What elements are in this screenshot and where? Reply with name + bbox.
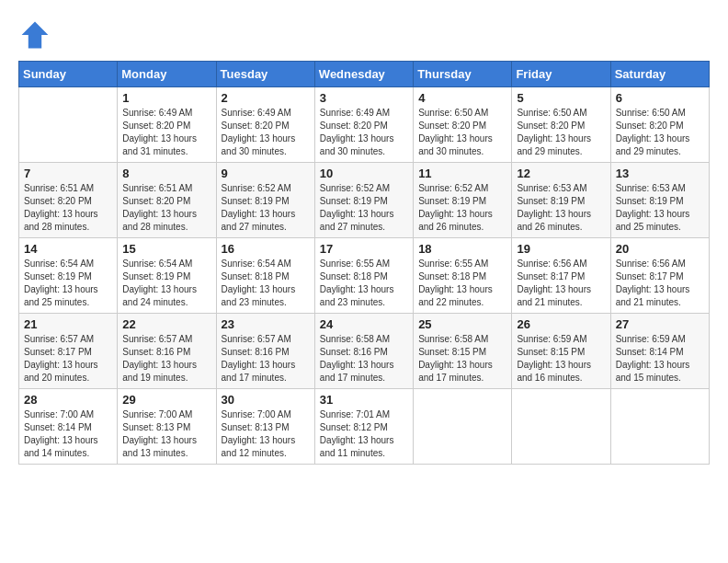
table-row: 10 Sunrise: 6:52 AMSunset: 8:19 PMDaylig…	[314, 163, 413, 238]
day-info: Sunrise: 6:57 AMSunset: 8:16 PMDaylight:…	[122, 334, 197, 383]
day-info: Sunrise: 6:56 AMSunset: 8:17 PMDaylight:…	[517, 259, 591, 307]
day-info: Sunrise: 6:57 AMSunset: 8:17 PMDaylight:…	[24, 334, 98, 383]
day-number: 12	[517, 167, 605, 180]
table-row: 1 Sunrise: 6:49 AMSunset: 8:20 PMDayligh…	[118, 87, 216, 163]
day-number: 26	[517, 317, 605, 331]
table-row: 3 Sunrise: 6:49 AMSunset: 8:20 PMDayligh…	[314, 87, 413, 163]
week-row-1: 1 Sunrise: 6:49 AMSunset: 8:20 PMDayligh…	[19, 87, 710, 163]
table-row: 8 Sunrise: 6:51 AMSunset: 8:20 PMDayligh…	[118, 163, 216, 238]
table-row: 5 Sunrise: 6:50 AMSunset: 8:20 PMDayligh…	[512, 87, 610, 163]
table-row: 20 Sunrise: 6:56 AMSunset: 8:17 PMDaylig…	[610, 238, 709, 314]
day-number: 7	[24, 167, 112, 180]
day-info: Sunrise: 6:52 AMSunset: 8:19 PMDaylight:…	[320, 183, 394, 232]
logo-icon	[18, 18, 51, 52]
day-info: Sunrise: 6:58 AMSunset: 8:16 PMDaylight:…	[320, 334, 394, 383]
header-thursday: Thursday	[414, 62, 512, 87]
table-row: 19 Sunrise: 6:56 AMSunset: 8:17 PMDaylig…	[512, 238, 610, 314]
header-saturday: Saturday	[610, 62, 709, 87]
day-number: 21	[24, 317, 112, 331]
table-row: 23 Sunrise: 6:57 AMSunset: 8:16 PMDaylig…	[216, 314, 314, 389]
day-number: 11	[418, 167, 506, 180]
day-info: Sunrise: 6:50 AMSunset: 8:20 PMDaylight:…	[517, 108, 591, 156]
table-row: 22 Sunrise: 6:57 AMSunset: 8:16 PMDaylig…	[118, 314, 216, 389]
table-row: 13 Sunrise: 6:53 AMSunset: 8:19 PMDaylig…	[610, 163, 709, 238]
day-number: 17	[320, 242, 408, 256]
day-number: 30	[222, 393, 310, 407]
day-info: Sunrise: 7:01 AMSunset: 8:12 PMDaylight:…	[320, 409, 394, 458]
page-header	[18, 18, 710, 52]
day-number: 29	[122, 393, 210, 407]
table-row: 4 Sunrise: 6:50 AMSunset: 8:20 PMDayligh…	[414, 87, 512, 163]
day-info: Sunrise: 6:55 AMSunset: 8:18 PMDaylight:…	[320, 259, 394, 307]
table-row: 29 Sunrise: 7:00 AMSunset: 8:13 PMDaylig…	[118, 389, 216, 465]
day-number: 6	[616, 91, 704, 105]
day-number: 24	[320, 317, 408, 331]
day-number: 28	[24, 393, 112, 407]
svg-marker-0	[22, 22, 49, 49]
day-number: 1	[122, 91, 210, 105]
header-wednesday: Wednesday	[314, 62, 413, 87]
header-sunday: Sunday	[19, 62, 118, 87]
day-info: Sunrise: 6:50 AMSunset: 8:20 PMDaylight:…	[418, 108, 493, 156]
table-row: 14 Sunrise: 6:54 AMSunset: 8:19 PMDaylig…	[19, 238, 118, 314]
day-number: 15	[122, 242, 210, 256]
table-row: 24 Sunrise: 6:58 AMSunset: 8:16 PMDaylig…	[314, 314, 413, 389]
day-info: Sunrise: 6:55 AMSunset: 8:18 PMDaylight:…	[418, 259, 493, 307]
table-row: 27 Sunrise: 6:59 AMSunset: 8:14 PMDaylig…	[610, 314, 709, 389]
table-row: 6 Sunrise: 6:50 AMSunset: 8:20 PMDayligh…	[610, 87, 709, 163]
day-info: Sunrise: 7:00 AMSunset: 8:13 PMDaylight:…	[122, 409, 197, 458]
calendar-header-row: SundayMondayTuesdayWednesdayThursdayFrid…	[19, 62, 710, 87]
table-row: 25 Sunrise: 6:58 AMSunset: 8:15 PMDaylig…	[414, 314, 512, 389]
table-row: 16 Sunrise: 6:54 AMSunset: 8:18 PMDaylig…	[216, 238, 314, 314]
day-number: 18	[418, 242, 506, 256]
day-number: 5	[517, 91, 605, 105]
day-info: Sunrise: 7:00 AMSunset: 8:14 PMDaylight:…	[24, 409, 98, 458]
table-row: 18 Sunrise: 6:55 AMSunset: 8:18 PMDaylig…	[414, 238, 512, 314]
day-number: 14	[24, 242, 112, 256]
day-number: 9	[222, 167, 310, 180]
day-info: Sunrise: 6:51 AMSunset: 8:20 PMDaylight:…	[122, 183, 197, 232]
table-row: 26 Sunrise: 6:59 AMSunset: 8:15 PMDaylig…	[512, 314, 610, 389]
day-number: 23	[222, 317, 310, 331]
day-number: 10	[320, 167, 408, 180]
table-row: 2 Sunrise: 6:49 AMSunset: 8:20 PMDayligh…	[216, 87, 314, 163]
day-number: 25	[418, 317, 506, 331]
week-row-2: 7 Sunrise: 6:51 AMSunset: 8:20 PMDayligh…	[19, 163, 710, 238]
day-number: 22	[122, 317, 210, 331]
table-row: 12 Sunrise: 6:53 AMSunset: 8:19 PMDaylig…	[512, 163, 610, 238]
calendar-table: SundayMondayTuesdayWednesdayThursdayFrid…	[18, 61, 710, 465]
day-number: 16	[222, 242, 310, 256]
day-number: 31	[320, 393, 408, 407]
day-info: Sunrise: 6:59 AMSunset: 8:15 PMDaylight:…	[517, 334, 591, 383]
table-row: 31 Sunrise: 7:01 AMSunset: 8:12 PMDaylig…	[314, 389, 413, 465]
day-info: Sunrise: 6:54 AMSunset: 8:18 PMDaylight:…	[222, 259, 296, 307]
table-row: 21 Sunrise: 6:57 AMSunset: 8:17 PMDaylig…	[19, 314, 118, 389]
table-row	[19, 87, 118, 163]
week-row-4: 21 Sunrise: 6:57 AMSunset: 8:17 PMDaylig…	[19, 314, 710, 389]
table-row: 7 Sunrise: 6:51 AMSunset: 8:20 PMDayligh…	[19, 163, 118, 238]
day-info: Sunrise: 6:49 AMSunset: 8:20 PMDaylight:…	[320, 108, 394, 156]
header-friday: Friday	[512, 62, 610, 87]
day-info: Sunrise: 6:53 AMSunset: 8:19 PMDaylight:…	[616, 183, 690, 232]
header-monday: Monday	[118, 62, 216, 87]
table-row: 15 Sunrise: 6:54 AMSunset: 8:19 PMDaylig…	[118, 238, 216, 314]
day-info: Sunrise: 6:58 AMSunset: 8:15 PMDaylight:…	[418, 334, 493, 383]
day-number: 4	[418, 91, 506, 105]
table-row	[512, 389, 610, 465]
table-row: 11 Sunrise: 6:52 AMSunset: 8:19 PMDaylig…	[414, 163, 512, 238]
day-number: 20	[616, 242, 704, 256]
day-info: Sunrise: 7:00 AMSunset: 8:13 PMDaylight:…	[222, 409, 296, 458]
day-number: 8	[122, 167, 210, 180]
day-info: Sunrise: 6:56 AMSunset: 8:17 PMDaylight:…	[616, 259, 690, 307]
day-number: 19	[517, 242, 605, 256]
week-row-3: 14 Sunrise: 6:54 AMSunset: 8:19 PMDaylig…	[19, 238, 710, 314]
day-info: Sunrise: 6:52 AMSunset: 8:19 PMDaylight:…	[222, 183, 296, 232]
day-number: 13	[616, 167, 704, 180]
table-row	[414, 389, 512, 465]
logo	[18, 18, 55, 52]
day-info: Sunrise: 6:51 AMSunset: 8:20 PMDaylight:…	[24, 183, 98, 232]
day-info: Sunrise: 6:53 AMSunset: 8:19 PMDaylight:…	[517, 183, 591, 232]
day-info: Sunrise: 6:52 AMSunset: 8:19 PMDaylight:…	[418, 183, 493, 232]
day-number: 27	[616, 317, 704, 331]
day-info: Sunrise: 6:49 AMSunset: 8:20 PMDaylight:…	[222, 108, 296, 156]
